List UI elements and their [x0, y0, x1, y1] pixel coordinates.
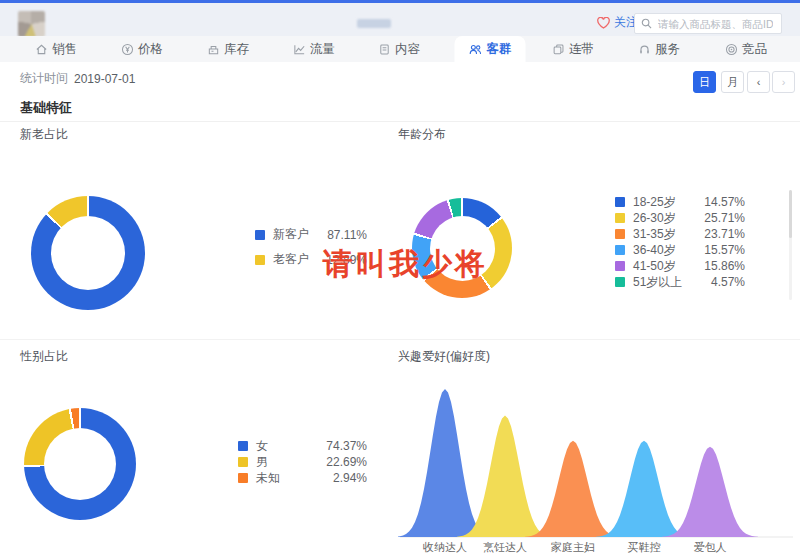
legend-label: 女: [256, 438, 268, 455]
product-title-redacted: [53, 17, 353, 29]
competitors-icon: [725, 43, 738, 56]
legend-value: 14.57%: [704, 195, 745, 209]
product-thumbnail-redacted: [18, 11, 45, 37]
product-subtitle-redacted: [357, 19, 391, 28]
customers-icon: [469, 43, 483, 56]
service-icon: [638, 43, 651, 56]
tab-label: 库存: [224, 41, 249, 58]
section-title: 基础特征: [20, 99, 72, 117]
chart-title-interest-preference: 兴趣爱好(偏好度): [398, 348, 490, 365]
chart-title-gender-ratio: 性别占比: [20, 348, 68, 365]
prev-date-button[interactable]: ‹: [747, 71, 770, 93]
donut-new-old-ratio[interactable]: [31, 196, 145, 310]
legend-swatch: [238, 457, 248, 467]
legend-value: 15.57%: [704, 243, 745, 257]
legend-value: 74.37%: [326, 439, 367, 453]
legend-swatch: [615, 261, 625, 271]
legend-item: 未知2.94%: [238, 470, 367, 486]
tab-customers[interactable]: 客群: [455, 36, 526, 63]
tab-label: 竞品: [742, 41, 767, 58]
tab-sales[interactable]: 销售: [21, 36, 91, 62]
legend-value: 25.71%: [704, 211, 745, 225]
tab-related[interactable]: 连带: [538, 36, 608, 62]
svg-text:爱包人: 爱包人: [694, 541, 727, 553]
legend-label: 51岁以上: [633, 274, 682, 291]
tab-traffic[interactable]: 流量: [279, 36, 349, 62]
stat-time-value: 2019-07-01: [74, 72, 135, 86]
legend-item: 女74.37%: [238, 438, 367, 454]
legend-swatch: [615, 245, 625, 255]
legend-swatch: [238, 473, 248, 483]
legend-item: 男22.69%: [238, 454, 367, 470]
traffic-icon: [293, 43, 306, 56]
chart-title-age-distribution: 年龄分布: [398, 126, 446, 143]
legend-value: 4.57%: [711, 275, 745, 289]
legend-item: 31-35岁23.71%: [615, 226, 745, 242]
legend-swatch: [255, 230, 265, 240]
legend-gender: 女74.37%男22.69%未知2.94%: [238, 438, 367, 486]
legend-value: 87.11%: [327, 228, 367, 242]
tab-inventory[interactable]: 库存: [193, 36, 263, 62]
svg-text:收纳达人: 收纳达人: [423, 541, 467, 553]
tab-label: 服务: [655, 41, 680, 58]
date-filter-row: 统计时间 2019-07-01 日 月 ‹ ›: [0, 62, 800, 96]
section-header: 基础特征: [0, 95, 800, 122]
content-icon: [378, 43, 391, 56]
legend-swatch: [255, 255, 265, 265]
legend-item: 36-40岁15.57%: [615, 242, 745, 258]
legend-swatch: [615, 213, 625, 223]
donut-gender-ratio[interactable]: [24, 408, 136, 520]
legend-label: 男: [256, 454, 268, 471]
sales-icon: [35, 43, 48, 56]
legend-swatch: [615, 197, 625, 207]
legend-label: 未知: [256, 470, 280, 487]
tab-price[interactable]: 价格: [107, 36, 177, 62]
legend-item: 26-30岁25.71%: [615, 210, 745, 226]
svg-text:烹饪达人: 烹饪达人: [483, 541, 527, 553]
legend-label: 41-50岁: [633, 258, 676, 275]
legend-label: 18-25岁: [633, 194, 676, 211]
tab-label: 内容: [395, 41, 420, 58]
svg-text:买鞋控: 买鞋控: [628, 541, 661, 553]
legend-swatch: [615, 277, 625, 287]
svg-text:家庭主妇: 家庭主妇: [551, 541, 595, 553]
tab-competitors[interactable]: 竞品: [711, 36, 781, 62]
legend-value: 22.69%: [326, 455, 367, 469]
search-icon: [641, 18, 652, 29]
inventory-icon: [207, 43, 220, 56]
module-tabs: 销售价格库存流量内容客群连带服务竞品: [0, 36, 800, 63]
legend-value: 15.86%: [704, 259, 745, 273]
stat-time-label: 统计时间: [20, 70, 68, 87]
legend-value: 2.94%: [333, 471, 367, 485]
legend-label: 36-40岁: [633, 242, 676, 259]
range-month-button[interactable]: 月: [721, 71, 744, 93]
interest-preference-chart[interactable]: 收纳达人烹饪达人家庭主妇买鞋控爱包人: [398, 368, 795, 554]
row-divider: [0, 339, 800, 340]
legend-label: 26-30岁: [633, 210, 676, 227]
search-input[interactable]: [656, 17, 775, 31]
legend-item: 51岁以上4.57%: [615, 274, 745, 290]
legend-label: 31-35岁: [633, 226, 676, 243]
legend-swatch: [238, 441, 248, 451]
legend-swatch: [615, 229, 625, 239]
follow-button[interactable]: 关注: [597, 6, 638, 39]
legend-label: 老客户: [273, 251, 309, 268]
tab-label: 价格: [138, 41, 163, 58]
related-icon: [552, 43, 565, 56]
legend-age: 18-25岁14.57%26-30岁25.71%31-35岁23.71%36-4…: [615, 194, 745, 290]
legend-scrollbar-thumb[interactable]: [789, 190, 792, 238]
watermark-text: 请叫我少将: [323, 244, 488, 285]
range-day-button[interactable]: 日: [693, 71, 716, 93]
page-header: 关注: [0, 3, 800, 36]
price-icon: [121, 43, 134, 56]
tab-content[interactable]: 内容: [364, 36, 434, 62]
tab-label: 客群: [487, 41, 512, 58]
tab-service[interactable]: 服务: [624, 36, 694, 62]
tab-label: 销售: [52, 41, 77, 58]
next-date-button[interactable]: ›: [772, 71, 795, 93]
tab-label: 连带: [569, 41, 594, 58]
legend-value: 23.71%: [704, 227, 745, 241]
tab-label: 流量: [310, 41, 335, 58]
search-box[interactable]: [634, 13, 782, 34]
heart-icon: [597, 17, 610, 29]
